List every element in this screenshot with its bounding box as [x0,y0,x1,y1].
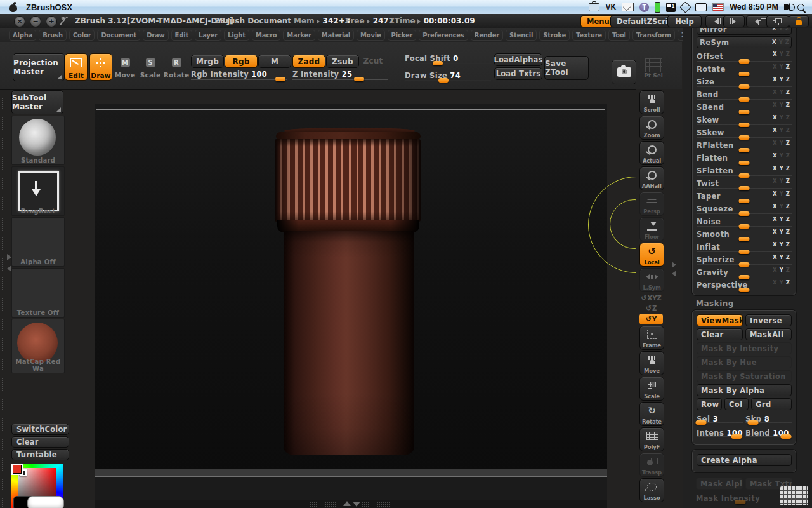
deformation-gravity[interactable]: GravityXYZ [697,265,792,278]
next-layout-button[interactable] [766,15,789,27]
axis-y-toggle[interactable]: Y [780,190,783,197]
load-alphas-button[interactable]: LoadAlphas [494,53,542,66]
axis-x-toggle[interactable]: X [773,216,777,222]
axis-z-toggle[interactable]: Z [786,165,790,171]
mask-by-hue-button[interactable]: Mask By Hue [697,356,792,368]
move-tool-button[interactable]: Move [639,351,664,375]
deformation-resym[interactable]: ReSymXYZ [697,36,792,48]
menu-document[interactable]: Document [97,30,140,41]
slider-handle[interactable] [781,434,792,439]
input-flag-menu-icon[interactable] [712,3,724,11]
slider-track[interactable] [697,175,792,177]
axis-y-toggle[interactable]: Y [780,216,783,222]
current-alpha-thumbnail[interactable]: Alpha Off [11,217,65,267]
slider-handle[interactable] [275,77,285,81]
slider-handle[interactable] [735,500,745,504]
slider-track[interactable] [696,502,792,503]
camera-snapshot-button[interactable] [612,60,636,84]
slider-track[interactable] [697,277,792,278]
slider-track[interactable] [405,63,491,64]
axis-x-toggle[interactable]: X [772,28,776,32]
frame-tool-button[interactable]: Frame [639,326,664,350]
axis-z-toggle[interactable]: Z [785,28,789,32]
axis-z-toggle[interactable]: Z [786,267,790,273]
axis-x-toggle[interactable]: X [773,190,777,197]
deformation-spherize[interactable]: SpherizeXYZ [697,253,792,265]
menu-preferences[interactable]: Preferences [419,30,468,41]
axis-z-toggle[interactable]: Z [786,140,790,146]
axis-x-toggle[interactable]: X [773,51,777,57]
slider-track[interactable] [697,137,792,138]
edit-mode-button[interactable]: Edit [65,53,88,81]
menu-tool[interactable]: Tool [608,30,630,41]
slider-track[interactable] [697,61,792,62]
color-picker-sv-area[interactable] [18,468,56,499]
axis-y-toggle[interactable]: Y [780,76,783,83]
zadd-button[interactable]: Zadd [292,55,325,68]
keyboard-shortcut-icon[interactable] [780,486,808,505]
slider-track[interactable] [697,239,792,240]
load-txtrs-button[interactable]: Load Txtrs [494,67,542,80]
apple-menu-icon[interactable] [9,3,17,12]
save-ztool-button[interactable]: Save ZTool [544,56,589,80]
axis-y-toggle[interactable]: Y [780,51,783,57]
axis-x-toggle[interactable]: X [773,165,777,171]
slider-track[interactable] [697,251,792,253]
projection-master-button[interactable]: Projection Master [13,53,65,81]
m-button[interactable]: M [258,55,291,68]
airport-menu-icon[interactable] [679,1,691,13]
grow-canvas-arrow-icon[interactable] [343,501,351,506]
slider-track[interactable] [697,201,792,202]
lsym-tool-button[interactable]: L.Sym [639,268,664,292]
slider-handle[interactable] [354,77,364,81]
axis-z-toggle[interactable]: Z [786,241,790,248]
deformation-mirror[interactable]: MirrorXYZ [697,28,792,35]
z-tool-button[interactable]: ↺Z [639,304,663,313]
axis-y-toggle[interactable]: Y [780,114,783,121]
document-area[interactable] [95,104,607,476]
briefcase-menu-icon[interactable] [589,3,599,11]
help-button[interactable]: Help [667,15,702,27]
current-texture-thumbnail[interactable]: Texture Off [11,268,65,318]
transp-tool-button[interactable]: Transp [639,453,664,477]
axis-z-toggle[interactable]: Z [786,89,790,95]
actual-tool-button[interactable]: Actual [639,141,664,165]
axis-z-toggle[interactable]: Z [786,51,790,57]
axis-y-toggle[interactable]: Y [780,152,783,159]
deformation-twist[interactable]: TwistXYZ [697,177,792,189]
scale-tool-button[interactable]: Scale [639,377,664,401]
rgb-button[interactable]: Rgb [225,55,258,68]
axis-z-toggle[interactable]: Z [785,39,789,45]
deformation-inflat[interactable]: InflatXYZ [697,240,792,253]
axis-y-toggle[interactable]: Y [780,279,783,286]
bottle-body-mesh[interactable] [284,231,414,455]
deformation-taper[interactable]: TaperXYZ [697,189,792,202]
axis-x-toggle[interactable]: X [773,178,777,184]
axis-y-toggle[interactable]: Y [780,127,783,133]
slider-track[interactable] [697,74,792,75]
axis-y-toggle[interactable]: Y [780,165,783,171]
menu-stroke[interactable]: Stroke [539,30,570,41]
zsub-button[interactable]: Zsub [326,55,359,68]
axis-y-toggle[interactable]: Y [780,254,783,260]
menu-edit[interactable]: Edit [171,30,192,41]
current-color-swatch[interactable] [11,464,23,475]
inverse-button[interactable]: Inverse [745,314,792,326]
deformation-sskew[interactable]: SSkewXYZ [697,126,792,138]
menu-light[interactable]: Light [224,30,249,41]
blend-slider[interactable]: Blend 100 [745,426,792,438]
prev-layout-button[interactable] [746,15,769,27]
menu-stencil[interactable]: Stencil [506,30,537,41]
menu-color[interactable]: Color [69,30,95,41]
deformation-squeeze[interactable]: SqueezeXYZ [697,202,792,215]
axis-x-toggle[interactable]: X [773,152,777,159]
slider-track[interactable] [745,436,792,438]
current-stroke-thumbnail[interactable]: DragRect [11,166,65,216]
rgb-intensity-slider[interactable]: Rgb Intensity 100 [191,70,287,80]
sel-slider[interactable]: Sel 3 [697,412,743,424]
axis-z-toggle[interactable]: Z [786,190,790,197]
lasso-tool-button[interactable]: Lasso [639,478,664,502]
axis-z-toggle[interactable]: Z [786,216,790,222]
turntable-button[interactable]: Turntable [11,449,69,460]
axis-y-toggle[interactable]: Y [780,178,783,184]
